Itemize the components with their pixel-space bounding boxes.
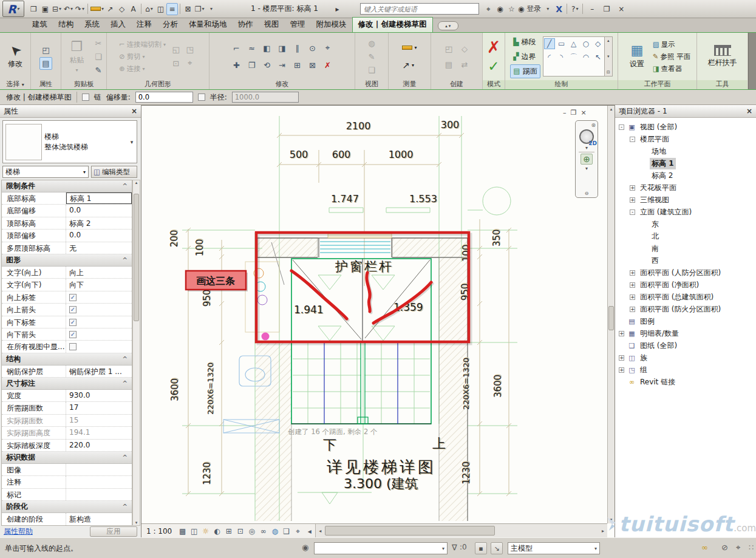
draw-rectangle-button[interactable]: ▭	[556, 38, 567, 49]
tree-item-east[interactable]: 东	[615, 218, 756, 230]
paint-button[interactable]: ⌖	[183, 57, 196, 70]
zoom-menu-arrow[interactable]: ▾	[585, 166, 588, 171]
create-group-button[interactable]: ◰	[443, 43, 455, 55]
create-similar-button[interactable]: ◇	[458, 43, 471, 55]
save-button[interactable]: ▣	[39, 3, 51, 15]
navbar-close-button[interactable]: ⊗	[591, 122, 596, 128]
text-button[interactable]: A	[128, 3, 139, 15]
tree-item-area-plan-fire[interactable]: +面积平面 (防火分区面积)	[615, 303, 756, 315]
scrollbar-thumb[interactable]	[325, 526, 495, 536]
property-value[interactable]: 930.0	[66, 390, 132, 401]
view-minimize-button[interactable]: –	[563, 109, 567, 117]
tree-item-west[interactable]: 西	[615, 254, 756, 267]
override-graphics-button[interactable]: ✎	[366, 50, 378, 63]
section-structural[interactable]: 结构^	[2, 353, 132, 366]
tree-item-level-2[interactable]: 标高 2	[615, 169, 756, 182]
draw-center-arc-button[interactable]: ◝	[556, 52, 567, 63]
offset-button[interactable]: ≈	[245, 42, 258, 55]
view-scale-button[interactable]: 1 : 100	[141, 527, 177, 536]
sign-in-button[interactable]: ◉ 登录	[517, 3, 542, 15]
switch-windows-button[interactable]: ❐▾	[194, 3, 205, 15]
section-constraints[interactable]: 限制条件^	[2, 180, 132, 192]
property-value[interactable]: 0.0	[66, 230, 132, 241]
tree-item-revit-links[interactable]: ∞Revit 链接	[615, 376, 756, 388]
dimension-tool-button[interactable]: ↗▾	[402, 60, 417, 71]
worksharing-display-button[interactable]: ❑	[281, 525, 292, 537]
tab-analyze[interactable]: 分析	[157, 18, 183, 32]
tab-collaborate[interactable]: 协作	[233, 18, 259, 32]
radius-input[interactable]	[232, 92, 299, 103]
move-button[interactable]: ✚	[230, 59, 243, 72]
temporary-hide-isolate-button[interactable]: ◎	[246, 525, 257, 537]
select-pinned-button[interactable]: ⌖	[736, 543, 740, 553]
array-button[interactable]: ⊙	[306, 42, 319, 55]
property-value[interactable]	[66, 464, 132, 475]
tree-item-area-plan-renfang[interactable]: +面积平面 (人防分区面积)	[615, 267, 756, 279]
tab-modify-create-stairs-sketch[interactable]: 修改 | 创建楼梯草图	[352, 17, 433, 32]
detail-level-button[interactable]: ▩	[177, 525, 188, 537]
boundary-mode-button[interactable]: ▞边界	[510, 50, 540, 64]
pin-button[interactable]: ⊠	[306, 59, 319, 72]
crop-view-button[interactable]: ⊞	[223, 525, 234, 537]
chain-checkbox[interactable]	[82, 94, 89, 101]
modify-tool-button[interactable]: ➤修改	[1, 35, 29, 78]
radius-checkbox[interactable]	[198, 94, 205, 101]
tree-item-level-1[interactable]: 标高 1	[615, 157, 756, 169]
property-value[interactable]: 标高 2	[66, 217, 132, 229]
checkbox-checked[interactable]	[69, 319, 77, 326]
window-minimize-button[interactable]: –	[585, 5, 599, 13]
measure-button[interactable]: ▾	[90, 3, 104, 15]
measure-tool-button[interactable]: ▾	[402, 42, 417, 53]
checkbox-checked[interactable]	[69, 306, 77, 313]
tree-toggle[interactable]: +	[630, 270, 635, 276]
vertical-scrollbar[interactable]: ▴ ▾	[607, 106, 615, 523]
properties-palette-button[interactable]: ▤	[39, 57, 52, 70]
select-links-button[interactable]: ∞	[701, 543, 708, 552]
tree-toggle[interactable]: +	[619, 331, 624, 336]
editable-only-button[interactable]: ▪	[475, 542, 487, 554]
property-value[interactable]: 标高 1	[66, 192, 132, 204]
resize-grip[interactable]: ∷	[749, 543, 754, 552]
property-value[interactable]: 0.0	[66, 205, 132, 216]
tab-structure[interactable]: 结构	[53, 18, 79, 32]
customize-qat-button[interactable]: ▾	[205, 3, 217, 15]
properties-scrollbar[interactable]: ▴ ▾	[132, 180, 140, 526]
rotate-button[interactable]: ⟲	[261, 59, 273, 72]
tree-item-sheets[interactable]: ❑图纸 (全部)	[615, 339, 756, 352]
draw-tangent-arc-button[interactable]: ⌒	[568, 52, 579, 63]
worksets-icon[interactable]: ◉	[302, 543, 308, 552]
ribbon-collapse-button[interactable]: ▴▾	[438, 21, 458, 30]
tree-item-ceiling-plans[interactable]: +天花板平面	[615, 182, 756, 194]
help-button[interactable]: ?▾	[569, 3, 581, 15]
aligned-dimension-button[interactable]: ↗	[104, 3, 116, 15]
sign-in-menu[interactable]: ▾	[542, 3, 553, 15]
copy-button[interactable]: ❑	[92, 50, 105, 63]
search-button[interactable]: ⌖	[483, 3, 494, 15]
property-value[interactable]: 220.0	[66, 440, 132, 451]
worksets-combo[interactable]: ▾	[314, 542, 448, 554]
checkbox-checked[interactable]	[69, 294, 77, 301]
scrollbar-thumb[interactable]	[608, 306, 614, 330]
steering-wheel-button[interactable]: 2D	[579, 129, 594, 144]
edit-type-button[interactable]: ◫编辑类型	[91, 166, 137, 178]
draw-circle-button[interactable]: ○	[581, 38, 591, 49]
property-value[interactable]: 向上	[66, 267, 132, 278]
join-geometry-button[interactable]: ⊕连接▾	[119, 63, 166, 75]
exchange-apps-button[interactable]: X	[553, 3, 565, 15]
show-crop-region-button[interactable]: ⊡	[234, 525, 246, 537]
property-value[interactable]	[66, 476, 132, 488]
panel-select-label[interactable]: 选择 ▾	[0, 80, 30, 89]
tree-item-north[interactable]: 北	[615, 230, 756, 242]
draw-line-button[interactable]: ╱	[544, 38, 555, 49]
property-value[interactable]: 钢筋保护层 1 ...	[66, 366, 132, 377]
open-button[interactable]: ❒	[28, 3, 39, 15]
thin-lines-button[interactable]: ≡	[166, 3, 178, 15]
tree-item-families[interactable]: +◫族	[615, 352, 756, 364]
press-drag-button[interactable]: ↘	[491, 542, 503, 554]
reveal-constraints-button[interactable]: ⌖	[292, 525, 304, 537]
tree-toggle[interactable]: +	[630, 185, 635, 191]
checkbox-unchecked[interactable]	[69, 343, 77, 350]
pick-lines-button[interactable]: ↖	[593, 52, 604, 63]
section-identity[interactable]: 标识数据^	[2, 452, 132, 464]
type-properties-button[interactable]: ◰	[39, 44, 52, 56]
